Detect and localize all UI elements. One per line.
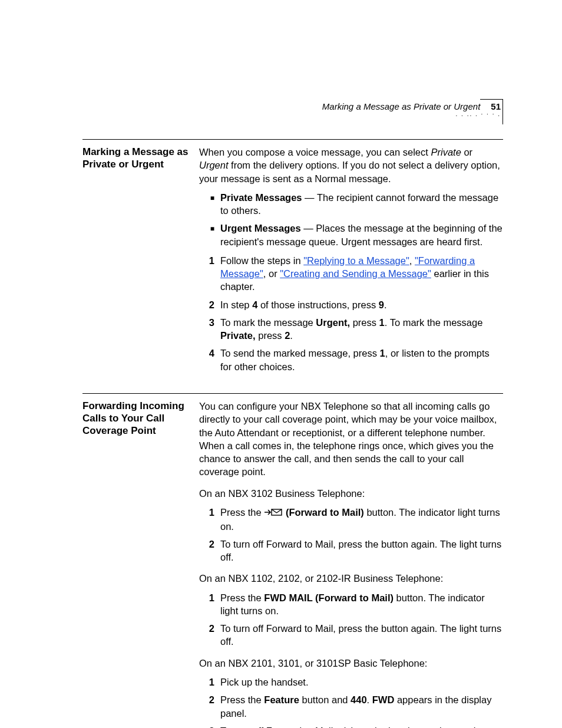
running-title: Marking a Message as Private or Urgent — [322, 101, 480, 111]
header-dots: . . .. . · · · . — [322, 113, 501, 116]
list-item: 1 Follow the steps in "Replying to a Mes… — [199, 254, 503, 294]
running-header: Marking a Message as Private or Urgent51… — [322, 101, 501, 116]
list-item: ■ Private Messages — The recipient canno… — [199, 191, 503, 218]
section-heading: Forwarding Incoming Calls to Your Call C… — [82, 400, 199, 437]
section-forwarding-calls: Forwarding Incoming Calls to Your Call C… — [82, 394, 503, 728]
list-item: 2 To turn off Forward to Mail, press the… — [199, 622, 503, 648]
list-item: 1 Press the (Forward to Mail) button. Th… — [199, 506, 503, 533]
section-marking-message: Marking a Message as Private or Urgent W… — [82, 140, 503, 379]
link-replying[interactable]: "Replying to a Message" — [303, 255, 409, 266]
intro-paragraph: You can configure your NBX Telephone so … — [199, 400, 503, 479]
section-body: When you compose a voice message, you ca… — [199, 146, 503, 379]
page-number: 51 — [491, 101, 501, 111]
intro-paragraph: When you compose a voice message, you ca… — [199, 146, 503, 185]
list-item: 3 To turn off Forward to Mail, pick up t… — [199, 724, 503, 728]
list-item: 4 To send the marked message, press 1, o… — [199, 347, 503, 373]
bullet-list: ■ Private Messages — The recipient canno… — [199, 191, 503, 248]
section-heading: Marking a Message as Private or Urgent — [82, 146, 199, 171]
list-item: 2 In step 4 of those instructions, press… — [199, 298, 503, 311]
subheading: On an NBX 2101, 3101, or 3101SP Basic Te… — [199, 657, 503, 670]
list-item: 1 Pick up the handset. — [199, 676, 503, 689]
numbered-list: 1 Follow the steps in "Replying to a Mes… — [199, 254, 503, 373]
list-item: 2 Press the Feature button and 440. FWD … — [199, 693, 503, 720]
subheading: On an NBX 3102 Business Telephone: — [199, 487, 503, 500]
link-creating[interactable]: "Creating and Sending a Message" — [280, 268, 431, 279]
subheading: On an NBX 1102, 2102, or 2102-IR Busines… — [199, 572, 503, 585]
bullet-icon: ■ — [199, 222, 220, 248]
list-item: 2 To turn off Forward to Mail, press the… — [199, 538, 503, 564]
page: Marking a Message as Private or Urgent51… — [0, 0, 562, 728]
numbered-list: 1 Press the FWD MAIL (Forward to Mail) b… — [199, 591, 503, 648]
section-body: You can configure your NBX Telephone so … — [199, 400, 503, 728]
forward-to-mail-icon — [264, 506, 283, 519]
bullet-icon: ■ — [199, 191, 220, 218]
numbered-list: 1 Pick up the handset. 2 Press the Featu… — [199, 676, 503, 728]
list-item: ■ Urgent Messages — Places the message a… — [199, 222, 503, 248]
numbered-list: 1 Press the (Forward to Mail) button. Th… — [199, 506, 503, 564]
list-item: 3 To mark the message Urgent, press 1. T… — [199, 316, 503, 342]
list-item: 1 Press the FWD MAIL (Forward to Mail) b… — [199, 591, 503, 618]
